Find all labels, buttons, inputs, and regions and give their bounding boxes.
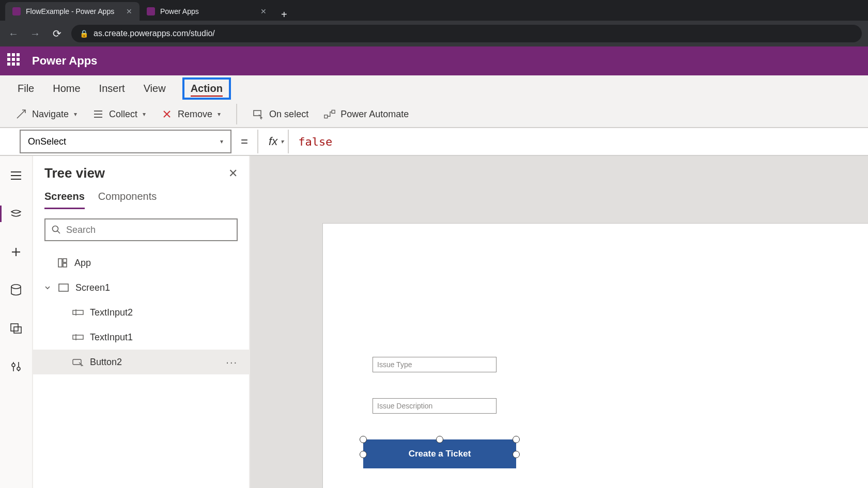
browser-chrome: FlowExample - Power Apps ✕ Power Apps ✕ … — [0, 0, 868, 46]
onselect-button[interactable]: On select — [253, 108, 308, 120]
selection-handle[interactable] — [436, 436, 443, 443]
menu-insert[interactable]: Insert — [97, 80, 127, 98]
property-selector[interactable]: OnSelect ▾ — [20, 130, 231, 153]
search-input[interactable] — [66, 225, 230, 235]
reload-button[interactable]: ⟳ — [50, 27, 64, 40]
favicon-icon — [12, 7, 21, 15]
svg-rect-10 — [63, 259, 67, 262]
canvas-textinput-issuetype[interactable]: Issue Type — [373, 357, 497, 372]
separator — [236, 104, 237, 124]
remove-button[interactable]: Remove ▾ — [161, 108, 221, 120]
node-label: Screen1 — [75, 282, 110, 293]
tree-node-screen1[interactable]: Screen1 — [33, 275, 249, 300]
selection-handle[interactable] — [513, 451, 520, 458]
input-placeholder: Issue Description — [377, 402, 432, 410]
insert-icon[interactable] — [6, 242, 26, 262]
ribbon-toolbar: Navigate ▾ Collect ▾ Remove ▾ On select … — [0, 101, 868, 128]
power-automate-label: Power Automate — [340, 109, 409, 120]
url-field[interactable]: 🔒 as.create.powerapps.com/studio/ — [71, 25, 862, 42]
svg-rect-5 — [14, 327, 21, 333]
left-rail — [0, 156, 33, 488]
browser-tab[interactable]: Power Apps ✕ — [140, 2, 274, 21]
fx-text: fx — [269, 135, 277, 148]
svg-rect-1 — [324, 115, 328, 118]
chevron-down-icon: ▾ — [143, 111, 146, 118]
browser-tab-active[interactable]: FlowExample - Power Apps ✕ — [5, 2, 140, 21]
button-icon — [72, 356, 84, 368]
close-icon[interactable]: ✕ — [126, 7, 132, 15]
canvas-textinput-issuedesc[interactable]: Issue Description — [373, 398, 497, 414]
tab-title: FlowExample - Power Apps — [26, 7, 114, 15]
chevron-down-icon: ▾ — [218, 111, 221, 118]
tree-node-textinput1[interactable]: TextInput1 — [33, 325, 249, 350]
app-header: Power Apps — [0, 46, 868, 75]
svg-point-3 — [11, 285, 21, 289]
more-icon[interactable]: ··· — [226, 356, 238, 368]
forward-button[interactable]: → — [28, 28, 42, 40]
design-canvas[interactable]: Issue Type Issue Description Create a Ti… — [322, 223, 868, 488]
selection-handle[interactable] — [360, 436, 367, 443]
menu-file[interactable]: File — [16, 80, 36, 98]
menu-bar: File Home Insert View Action — [0, 75, 868, 101]
canvas-area[interactable]: Issue Type Issue Description Create a Ti… — [250, 156, 868, 488]
button-label: Create a Ticket — [409, 449, 471, 459]
close-icon[interactable]: ✕ — [228, 167, 238, 180]
tree-node-button2[interactable]: Button2 ··· — [33, 350, 249, 374]
address-bar: ← → ⟳ 🔒 as.create.powerapps.com/studio/ — [0, 21, 868, 46]
new-tab-button[interactable]: + — [274, 9, 295, 21]
svg-point-6 — [12, 364, 15, 367]
back-button[interactable]: ← — [6, 28, 21, 40]
textinput-icon — [72, 332, 84, 343]
menu-view[interactable]: View — [142, 80, 168, 98]
navigate-button[interactable]: Navigate ▾ — [16, 108, 77, 120]
url-text: as.create.powerapps.com/studio/ — [94, 29, 215, 38]
media-icon[interactable] — [6, 318, 26, 339]
selection-handle[interactable] — [360, 451, 367, 458]
tab-components[interactable]: Components — [98, 191, 157, 209]
tree-node-app[interactable]: App — [33, 250, 249, 275]
fx-button[interactable]: fx ▾ — [258, 135, 288, 148]
collect-label: Collect — [109, 109, 137, 120]
svg-rect-4 — [11, 324, 18, 331]
tree-node-textinput2[interactable]: TextInput2 — [33, 300, 249, 325]
svg-rect-12 — [59, 284, 68, 291]
data-icon[interactable] — [6, 280, 26, 301]
tree-list: App Screen1 TextInput2 — [33, 250, 249, 488]
main-area: Tree view ✕ Screens Components App — [0, 156, 868, 488]
app-title: Power Apps — [32, 54, 97, 68]
node-label: TextInput1 — [90, 332, 133, 343]
navigate-label: Navigate — [32, 109, 69, 120]
collect-button[interactable]: Collect ▾ — [92, 108, 146, 120]
canvas-button-create-ticket[interactable]: Create a Ticket — [363, 439, 516, 468]
collect-icon — [92, 108, 104, 120]
node-label: TextInput2 — [90, 307, 133, 318]
node-label: App — [74, 258, 91, 269]
app-launcher-icon[interactable] — [7, 53, 23, 69]
onselect-icon — [253, 108, 264, 120]
chevron-down-icon: ▾ — [281, 138, 284, 145]
formula-bar: OnSelect ▾ = fx ▾ false — [0, 128, 868, 156]
power-automate-button[interactable]: Power Automate — [324, 108, 409, 120]
app-icon — [57, 257, 68, 269]
tree-view-title: Tree view — [44, 165, 105, 181]
remove-label: Remove — [178, 109, 212, 120]
onselect-label: On select — [269, 109, 308, 120]
formula-input[interactable]: false — [289, 135, 868, 148]
svg-rect-2 — [332, 110, 335, 113]
close-icon[interactable]: ✕ — [260, 7, 267, 15]
menu-action[interactable]: Action — [182, 77, 231, 100]
tree-search[interactable] — [44, 218, 238, 241]
chevron-down-icon[interactable] — [44, 285, 52, 291]
selection-handle[interactable] — [513, 436, 520, 443]
tree-view-icon[interactable] — [6, 203, 26, 224]
svg-rect-11 — [63, 263, 67, 267]
hamburger-icon[interactable] — [6, 165, 26, 186]
advanced-tools-icon[interactable] — [6, 356, 26, 377]
svg-rect-14 — [73, 335, 83, 339]
screen-icon — [58, 282, 69, 293]
input-placeholder: Issue Type — [377, 360, 412, 369]
tab-screens[interactable]: Screens — [44, 191, 85, 209]
menu-home[interactable]: Home — [51, 80, 82, 98]
tab-strip: FlowExample - Power Apps ✕ Power Apps ✕ … — [0, 0, 868, 21]
svg-point-7 — [17, 367, 20, 370]
